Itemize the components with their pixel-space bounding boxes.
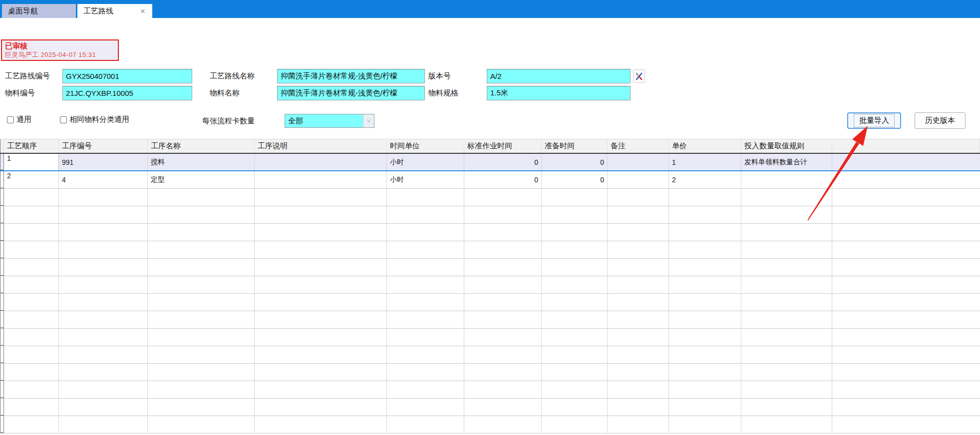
- table-row-empty[interactable]: [0, 346, 980, 364]
- table-cell[interactable]: [387, 346, 464, 363]
- material-spec-field[interactable]: 1.5米: [487, 86, 631, 100]
- table-cell[interactable]: [669, 399, 741, 416]
- table-cell[interactable]: [255, 171, 387, 188]
- table-cell[interactable]: [4, 189, 59, 206]
- table-cell[interactable]: [59, 276, 148, 293]
- column-header[interactable]: 备注: [608, 139, 669, 153]
- table-cell[interactable]: [608, 416, 669, 433]
- table-cell[interactable]: [832, 311, 980, 328]
- table-cell[interactable]: 搅料: [148, 154, 255, 170]
- table-cell[interactable]: [387, 364, 464, 381]
- table-cell[interactable]: [464, 294, 542, 311]
- row-selector[interactable]: [0, 206, 4, 223]
- table-cell[interactable]: [4, 294, 59, 311]
- table-cell[interactable]: 2: [669, 171, 741, 188]
- table-cell[interactable]: 发料单领料数量合计: [741, 154, 832, 170]
- table-cell[interactable]: [255, 346, 387, 363]
- table-cell[interactable]: [255, 416, 387, 433]
- table-cell[interactable]: [4, 276, 59, 293]
- checkbox-icon[interactable]: [7, 116, 14, 123]
- table-cell[interactable]: [542, 189, 608, 206]
- table-cell[interactable]: [148, 259, 255, 276]
- table-cell[interactable]: [464, 346, 542, 363]
- table-cell[interactable]: [464, 329, 542, 346]
- table-cell[interactable]: 小时: [387, 154, 464, 170]
- table-cell[interactable]: [608, 294, 669, 311]
- table-cell[interactable]: [608, 259, 669, 276]
- table-cell[interactable]: [148, 241, 255, 258]
- table-cell[interactable]: [387, 189, 464, 206]
- table-row-empty[interactable]: [0, 294, 980, 311]
- column-header[interactable]: [832, 139, 980, 153]
- table-cell[interactable]: [59, 294, 148, 311]
- table-row-empty[interactable]: [0, 311, 980, 329]
- table-cell[interactable]: [464, 241, 542, 258]
- table-cell[interactable]: [669, 294, 741, 311]
- table-cell[interactable]: [741, 399, 832, 416]
- table-cell[interactable]: [387, 416, 464, 433]
- table-cell[interactable]: [542, 399, 608, 416]
- table-row[interactable]: 24定型小时002: [0, 171, 980, 189]
- card-qty-select[interactable]: 全部 ˅: [285, 114, 374, 128]
- table-cell[interactable]: [669, 206, 741, 223]
- table-cell[interactable]: [669, 259, 741, 276]
- row-selector[interactable]: [0, 224, 4, 241]
- table-cell[interactable]: [148, 276, 255, 293]
- table-cell[interactable]: [59, 259, 148, 276]
- table-cell[interactable]: [4, 206, 59, 223]
- table-cell[interactable]: [542, 206, 608, 223]
- table-cell[interactable]: [669, 416, 741, 433]
- table-row-empty[interactable]: [0, 364, 980, 381]
- batch-import-button[interactable]: 批量导入: [847, 112, 901, 129]
- table-cell[interactable]: [741, 224, 832, 241]
- table-cell[interactable]: [59, 224, 148, 241]
- table-cell[interactable]: 定型: [148, 171, 255, 188]
- table-cell[interactable]: [59, 329, 148, 346]
- table-cell[interactable]: [832, 276, 980, 293]
- table-cell[interactable]: [255, 329, 387, 346]
- table-cell[interactable]: [255, 206, 387, 223]
- table-cell[interactable]: [542, 294, 608, 311]
- table-cell[interactable]: [387, 224, 464, 241]
- table-cell[interactable]: [255, 276, 387, 293]
- table-cell[interactable]: [255, 399, 387, 416]
- column-header[interactable]: 单价: [669, 139, 741, 153]
- table-row-empty[interactable]: [0, 276, 980, 294]
- table-cell[interactable]: [148, 364, 255, 381]
- column-header[interactable]: 准备时间: [542, 139, 608, 153]
- table-cell[interactable]: [832, 416, 980, 433]
- table-cell[interactable]: [148, 329, 255, 346]
- table-cell[interactable]: [464, 206, 542, 223]
- table-cell[interactable]: [832, 171, 980, 188]
- table-row-empty[interactable]: [0, 329, 980, 346]
- table-cell[interactable]: [832, 241, 980, 258]
- table-cell[interactable]: [608, 381, 669, 398]
- table-cell[interactable]: [832, 364, 980, 381]
- table-cell[interactable]: [148, 206, 255, 223]
- table-cell[interactable]: [608, 311, 669, 328]
- row-selector[interactable]: [0, 154, 4, 170]
- close-icon[interactable]: ×: [139, 7, 146, 15]
- table-cell[interactable]: [464, 224, 542, 241]
- table-cell[interactable]: [59, 399, 148, 416]
- table-cell[interactable]: [255, 364, 387, 381]
- table-cell[interactable]: [387, 294, 464, 311]
- checkbox-general[interactable]: 通用: [7, 115, 31, 124]
- version-field[interactable]: A/2: [487, 69, 631, 83]
- row-selector[interactable]: [0, 346, 4, 363]
- table-cell[interactable]: [387, 241, 464, 258]
- table-cell[interactable]: [669, 241, 741, 258]
- history-version-button[interactable]: 历史版本: [915, 112, 966, 129]
- table-cell[interactable]: [542, 416, 608, 433]
- table-cell[interactable]: 1: [4, 154, 59, 170]
- table-row-empty[interactable]: [0, 241, 980, 259]
- column-header[interactable]: 投入数量取值规则: [741, 139, 832, 153]
- table-cell[interactable]: [832, 399, 980, 416]
- table-cell[interactable]: [4, 416, 59, 433]
- table-cell[interactable]: [4, 224, 59, 241]
- table-cell[interactable]: [4, 241, 59, 258]
- table-cell[interactable]: [387, 259, 464, 276]
- table-cell[interactable]: [608, 329, 669, 346]
- table-cell[interactable]: [608, 189, 669, 206]
- table-cell[interactable]: [148, 399, 255, 416]
